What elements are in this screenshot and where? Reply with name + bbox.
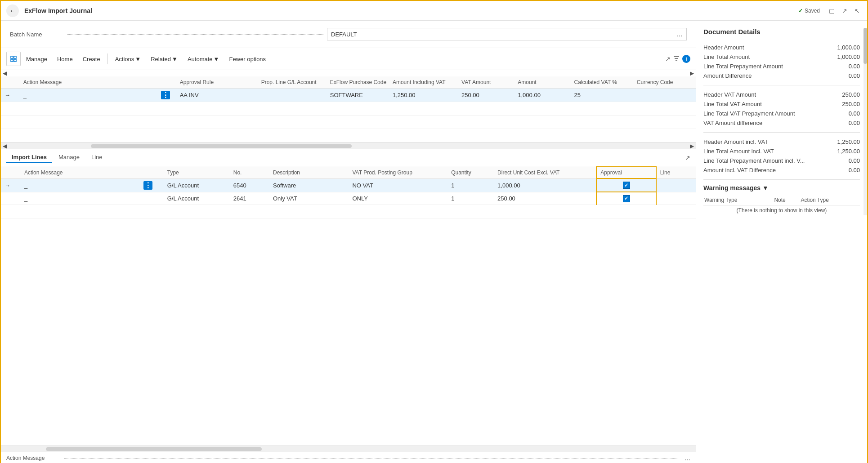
lower-h-scrollbar[interactable] [1, 445, 696, 452]
upper-scroll-left-btn[interactable]: ◀ [1, 70, 9, 76]
action-message-ellipsis-btn[interactable]: ... [685, 454, 690, 462]
empty-cell [20, 129, 157, 142]
doc-detail-row: Line Total VAT Amount250.00 [703, 99, 860, 109]
upper-table-area: ◀ ▶ Action Message Approval Rule Prop. L… [1, 70, 696, 149]
lower-no-cell: 2641 [230, 192, 269, 205]
th-approval-rule: Approval Rule [176, 76, 258, 89]
h-scroll-right-btn[interactable]: ▶ [688, 143, 696, 149]
empty-cell [157, 116, 176, 129]
empty-cell [389, 129, 458, 142]
upper-scroll-right-btn[interactable]: ▶ [688, 70, 696, 76]
th-prop-gl: Prop. Line G/L Account [258, 76, 327, 89]
fewer-options-btn[interactable]: Fewer options [224, 54, 270, 64]
currency-code-cell [633, 89, 696, 102]
lower-line-cell [656, 192, 696, 205]
lth-type: Type [164, 167, 230, 178]
lth-approval: Approval [596, 167, 656, 178]
svg-rect-1 [14, 56, 16, 58]
approval-checkbox[interactable] [623, 195, 630, 202]
warning-title-text: Warning messages [703, 184, 761, 191]
empty-cell [157, 102, 176, 116]
related-chevron-icon: ▼ [172, 56, 178, 62]
lower-approval-cell[interactable] [596, 192, 656, 205]
empty-cell [514, 129, 570, 142]
batch-name-row: Batch Name DEFAULT ... [1, 21, 696, 48]
lower-vat_prod-cell: ONLY [349, 192, 447, 205]
saved-label: Saved [805, 8, 820, 14]
share-icon-btn[interactable]: ↗ [665, 55, 671, 62]
upper-table-empty-row [1, 102, 696, 116]
batch-input-wrap[interactable]: DEFAULT ... [327, 28, 687, 40]
create-btn[interactable]: Create [78, 54, 105, 64]
lower-approval-cell[interactable] [596, 178, 656, 192]
home-btn[interactable]: Home [53, 54, 77, 64]
approval-rule-cell: AA INV [176, 89, 258, 102]
lth-vat-prod: VAT Prod. Posting Group [349, 167, 447, 178]
upper-table: Action Message Approval Rule Prop. Line … [1, 76, 696, 142]
lower-no-cell: 6540 [230, 178, 269, 192]
doc-detail-label: Line Total Prepayment Amount incl. V... [703, 157, 805, 164]
doc-detail-row: VAT Amount difference0.00 [703, 118, 860, 128]
open-in-new-icon-btn[interactable]: ↗ [840, 6, 849, 15]
doc-detail-label: Line Total Amount [703, 53, 750, 60]
tab-import-lines[interactable]: Import Lines [6, 152, 52, 163]
related-label: Related [151, 56, 171, 62]
upper-table-row[interactable]: →_⋮AA INVSOFTWARE1,250.00250.001,000.002… [1, 89, 696, 102]
doc-detail-row: Line Total Prepayment Amount0.00 [703, 62, 860, 71]
back-button[interactable]: ← [6, 4, 19, 17]
warning-col-type: Warning Type [703, 195, 773, 205]
lower-table-row[interactable]: _G/L Account2641Only VATONLY1250.00 [1, 192, 696, 205]
empty-cell [389, 102, 458, 116]
tab-manage[interactable]: Manage [53, 152, 85, 163]
tab-line[interactable]: Line [86, 152, 108, 163]
saved-indicator: ✓ Saved [798, 8, 820, 14]
warning-section-title[interactable]: Warning messages ▼ [703, 184, 860, 191]
manage-btn[interactable]: Manage [22, 54, 52, 64]
doc-detail-value: 0.00 [849, 157, 860, 164]
empty-cell [596, 205, 656, 218]
warning-empty-msg: (There is nothing to show in this view) [703, 205, 860, 216]
svg-rect-2 [11, 59, 13, 62]
lower-action-message-cell: _ [21, 178, 140, 192]
doc-detail-value: 0.00 [849, 120, 860, 126]
ctx-menu-btn[interactable]: ⋮ [161, 91, 170, 99]
warning-col-note: Note [773, 195, 800, 205]
th-currency-code: Currency Code [633, 76, 696, 89]
lower-table-row[interactable]: →_⋮G/L Account6540SoftwareNO VAT11,000.0… [1, 178, 696, 192]
lower-vat_prod-cell: NO VAT [349, 178, 447, 192]
lower-share-icon-btn[interactable]: ↗ [685, 154, 690, 161]
calc-vat-cell: 25 [571, 89, 633, 102]
approval-checkbox[interactable] [623, 182, 630, 189]
lower-direct_unit_cost-cell: 1,000.00 [494, 178, 596, 192]
empty-cell [656, 205, 696, 218]
actions-label: Actions [115, 56, 134, 62]
right-panel-scrollbar[interactable] [864, 28, 867, 215]
filter-icon-btn[interactable] [673, 55, 680, 63]
batch-ellipsis-btn[interactable]: ... [677, 30, 683, 38]
empty-cell [327, 102, 389, 116]
document-details-section: Header Amount1,000.00Line Total Amount1,… [703, 43, 860, 175]
actions-btn[interactable]: Actions ▼ [111, 54, 146, 64]
bookmark-icon-btn[interactable]: ▢ [827, 6, 837, 15]
lower-quantity-cell: 1 [447, 178, 494, 192]
info-badge[interactable]: i [682, 55, 690, 63]
doc-detail-value: 0.00 [849, 110, 860, 117]
doc-detail-label: Line Total VAT Amount [703, 101, 762, 107]
lower-ctx-menu-btn[interactable]: ⋮ [143, 181, 152, 190]
right-panel: Document Details Header Amount1,000.00Li… [696, 21, 867, 463]
minimize-icon-btn[interactable]: ↖ [853, 6, 862, 15]
th-action-message: Action Message [20, 76, 157, 89]
grid-icon-btn[interactable] [6, 52, 21, 66]
related-btn[interactable]: Related ▼ [146, 54, 182, 64]
doc-detail-row: Header Amount incl. VAT1,250.00 [703, 137, 860, 147]
h-scroll-left-btn[interactable]: ◀ [1, 143, 9, 149]
automate-btn[interactable]: Automate ▼ [183, 54, 224, 64]
empty-cell [633, 102, 696, 116]
doc-detail-row: Line Total Amount1,000.00 [703, 52, 860, 62]
lower-h-scrollbar-track[interactable] [46, 447, 262, 451]
h-scrollbar-track[interactable] [91, 144, 352, 148]
right-panel-scrollbar-thumb[interactable] [864, 28, 867, 64]
ctx-cell: ⋮ [157, 89, 176, 102]
empty-cell [327, 129, 389, 142]
empty-cell [1, 116, 20, 129]
